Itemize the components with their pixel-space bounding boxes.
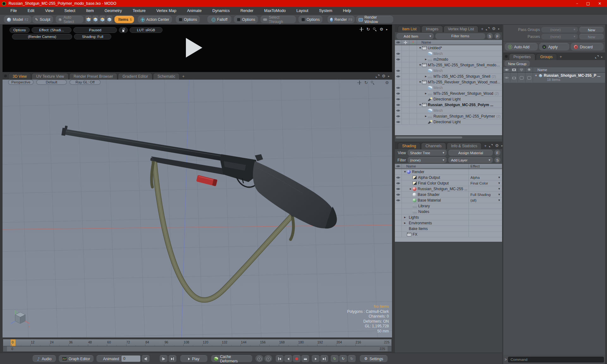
expander-icon[interactable]: ▼ xyxy=(403,171,407,173)
expander-icon[interactable]: ▼ xyxy=(418,104,422,106)
eye-icon[interactable] xyxy=(396,193,400,196)
expander-icon[interactable]: + xyxy=(535,73,537,78)
zoom-icon[interactable] xyxy=(373,27,377,31)
timeline-scale[interactable]: 0122436486072849610812013214415616818019… xyxy=(3,339,391,346)
next-key-button[interactable] xyxy=(312,355,320,362)
goto-end-button[interactable] xyxy=(169,355,176,362)
item-list-tab[interactable]: Vertex Map List xyxy=(444,26,479,32)
shader-tree-row[interactable]: Nodes ▼ xyxy=(395,209,502,215)
eye-icon[interactable] xyxy=(396,199,400,202)
polygons-mode-button[interactable] xyxy=(99,16,106,23)
pan-icon[interactable] xyxy=(359,27,364,31)
expander-icon[interactable]: ▼ xyxy=(418,81,422,83)
eye-icon[interactable] xyxy=(396,86,400,89)
item-list-row[interactable]: ▶ MTs-255_Revolver_Shotgun_Wood (2) xyxy=(395,91,502,96)
layer-effect[interactable] xyxy=(469,203,496,209)
expand-panel-icon[interactable] xyxy=(376,74,379,78)
add-tab-button[interactable]: + xyxy=(558,54,565,60)
view-dropdown[interactable]: Shader Tree ▼ xyxy=(408,150,447,156)
timeline[interactable]: 0122436486072849610812013214415616818019… xyxy=(3,339,392,352)
eye-icon[interactable] xyxy=(396,115,400,118)
shading-tab[interactable]: Info & Statistics xyxy=(447,143,482,149)
shader-tree-row[interactable]: Base Shader Full Shading ▼ xyxy=(395,192,502,197)
viewport-tab[interactable]: Schematic xyxy=(153,73,180,80)
eye-icon[interactable] xyxy=(396,75,400,78)
eye-icon[interactable] xyxy=(396,92,400,95)
eye-icon[interactable] xyxy=(396,176,400,179)
panel-arrow-icon[interactable]: ▸ xyxy=(501,144,503,147)
eye-icon[interactable] xyxy=(505,76,509,79)
group-checkbox[interactable] xyxy=(520,76,524,80)
item-list-tab[interactable]: Item List xyxy=(398,26,421,32)
panel-arrow-icon[interactable]: ▸ xyxy=(386,28,388,31)
shader-tree-row[interactable]: Bake Items ▼ xyxy=(395,226,502,232)
menu-item[interactable]: MaxToModo xyxy=(259,7,291,14)
layer-effect[interactable] xyxy=(469,215,496,220)
layer-effect[interactable] xyxy=(469,220,496,226)
sculpt-mode-button[interactable]: ✎ Sculpt xyxy=(32,16,53,23)
layer-effect[interactable] xyxy=(469,186,496,191)
shader-s-button[interactable]: S xyxy=(494,157,500,163)
viewport-tab[interactable]: UV Texture View xyxy=(32,73,68,80)
eye-icon[interactable] xyxy=(396,69,400,72)
filter-f-button[interactable]: F xyxy=(494,150,500,156)
edges-mode-button[interactable] xyxy=(92,16,99,23)
auto-select-button[interactable]: Auto Select xyxy=(56,16,83,23)
item-list-hscrollbar[interactable] xyxy=(395,136,502,139)
item-list-row[interactable]: Mesh xyxy=(395,68,502,74)
current-frame-field[interactable] xyxy=(121,355,141,362)
menu-item[interactable]: View xyxy=(40,7,59,14)
group-row[interactable]: + Russian_Shotgun_MC-255_P ... 18 Items xyxy=(503,73,605,83)
properties-groups-tab[interactable]: Groups xyxy=(536,53,557,60)
scene-canvas[interactable] xyxy=(3,80,392,337)
preview-effect-button[interactable]: Effect: (Shadi... xyxy=(32,27,71,33)
markers-button[interactable] xyxy=(301,355,309,362)
expander-icon[interactable]: ▶ xyxy=(424,115,428,118)
expander-icon[interactable]: ▶ xyxy=(424,75,428,78)
prev-keyframe-button[interactable] xyxy=(276,355,284,362)
new-pass-button[interactable]: New xyxy=(579,34,604,39)
expander-icon[interactable]: ▼ xyxy=(418,47,422,49)
items-mode-button[interactable]: Items 5 xyxy=(114,16,134,23)
chevron-down-icon[interactable]: ▼ xyxy=(496,182,502,185)
passes-dropdown[interactable]: (none) ▼ xyxy=(541,34,578,39)
sync-playback-button[interactable]: ↻ xyxy=(339,355,347,362)
pivot-option-button[interactable] xyxy=(264,355,272,362)
shader-tree-row[interactable]: Alpha Output Alpha ▼ xyxy=(395,175,502,180)
panel-arrow-icon[interactable]: ▸ xyxy=(601,55,603,58)
falloff-options-button[interactable]: Options xyxy=(234,16,258,23)
model-mode-button[interactable]: Model F2 xyxy=(4,16,32,23)
apply-button[interactable]: Apply xyxy=(539,43,569,51)
layer-effect[interactable]: Alpha xyxy=(469,175,496,180)
shader-tree-row[interactable]: ▶ Lights ▼ xyxy=(395,215,502,220)
menu-item[interactable]: Texture xyxy=(127,7,151,14)
viewport-tab[interactable]: Render Preset Browser xyxy=(69,73,118,80)
add-keyframe-button[interactable] xyxy=(293,355,301,362)
chevron-down-icon[interactable]: ▼ xyxy=(496,193,502,196)
maximize-button[interactable]: □ xyxy=(586,1,590,6)
item-list-row[interactable]: ▶ MTs-255_MC-255_Shotgun_Shell (2) xyxy=(395,74,502,79)
filter-button[interactable]: F xyxy=(494,33,500,39)
shader-tree-row[interactable]: Library ▼ xyxy=(395,203,502,209)
shader-tree-row[interactable]: ▶ Environments ▼ xyxy=(395,220,502,226)
layer-effect[interactable] xyxy=(469,232,496,237)
expand-panel-icon[interactable] xyxy=(486,27,489,30)
layer-effect[interactable] xyxy=(469,209,496,214)
expand-panel-icon[interactable] xyxy=(595,55,598,58)
layer-effect[interactable]: Full Shading xyxy=(469,192,496,197)
auto-add-button[interactable]: Auto Add xyxy=(505,43,538,51)
camera-icon[interactable] xyxy=(512,76,516,79)
shader-tree-row[interactable]: ▼ Render ▼ xyxy=(395,169,502,175)
name-column-header[interactable]: Name xyxy=(402,164,469,168)
expander-icon[interactable]: ▶ xyxy=(424,92,428,95)
graph-editor-button[interactable]: Graph Editor xyxy=(59,355,94,362)
timeline-range-bar[interactable]: 0 225 xyxy=(3,346,391,351)
add-tab-button[interactable]: + xyxy=(482,143,489,149)
item-list-row[interactable]: ▼ MTs-255_MC-255_Shotgun_Shell_modo_... xyxy=(395,62,502,68)
viewport-tab[interactable]: 3D View xyxy=(8,73,31,80)
menu-item[interactable]: Vertex Map xyxy=(151,7,182,14)
expander-icon[interactable]: ▼ xyxy=(418,64,422,66)
menu-item[interactable]: System xyxy=(314,7,338,14)
render-button[interactable]: Render F9 xyxy=(328,16,355,23)
viewport-tab[interactable]: Gradient Editor xyxy=(118,73,152,80)
